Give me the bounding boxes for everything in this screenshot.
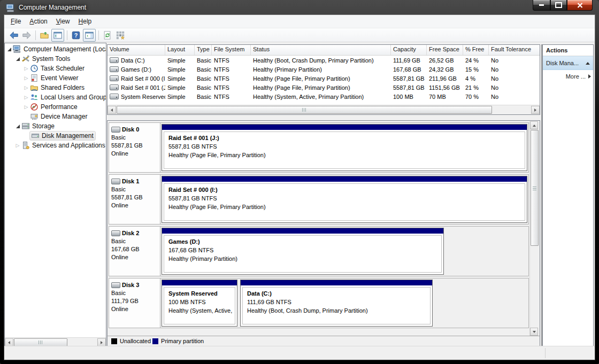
scrollbar-thumb[interactable] [531, 130, 539, 246]
expander-collapsed-icon[interactable]: ▷ [23, 76, 29, 81]
event-viewer-icon [30, 74, 39, 82]
scroll-down-button[interactable] [530, 328, 538, 336]
restore-icon [555, 2, 562, 8]
actions-more[interactable]: More ... [543, 70, 593, 83]
tree-item-shared-folders[interactable]: ▷ Shared Folders [5, 83, 106, 92]
volume-row-system-reserved[interactable]: System Reserved Simple Basic NTFS Health… [107, 92, 540, 101]
menu-file[interactable]: File [6, 16, 25, 27]
tree-item-task-scheduler[interactable]: ▷ Task Scheduler [5, 64, 106, 73]
local-users-icon [30, 93, 39, 102]
minimize-button[interactable] [533, 0, 550, 11]
tree-item-event-viewer[interactable]: ▷ Event Viewer [5, 73, 106, 83]
expander-expanded-icon[interactable] [14, 125, 21, 128]
disk-name: Disk 2 [122, 229, 139, 237]
column-header-pct-free[interactable]: % Free [463, 45, 489, 55]
expander-collapsed-icon[interactable]: ▷ [23, 105, 29, 110]
legend-label-unallocated: Unallocated [120, 338, 151, 344]
primary-partition-swatch [152, 338, 158, 344]
volume-file-system: NTFS [212, 57, 251, 64]
expander-collapsed-icon[interactable]: ▷ [14, 143, 21, 148]
volume-layout: Simple [165, 66, 195, 73]
menu-help[interactable]: Help [74, 16, 96, 27]
expander-expanded-icon[interactable] [6, 48, 12, 51]
column-header-type[interactable]: Type [195, 45, 212, 55]
disk-vertical-scrollbar[interactable] [529, 121, 539, 336]
disk-3-header[interactable]: Disk 3 Basic 111,79 GB Online [109, 278, 160, 328]
tree-item-system-tools[interactable]: System Tools [5, 54, 106, 64]
restore-button[interactable] [550, 0, 567, 11]
scroll-left-button[interactable] [5, 338, 13, 346]
volume-row-raid-001[interactable]: Raid Set # 001 (J:) Simple Basic NTFS He… [107, 83, 540, 92]
disk-name: Disk 0 [122, 126, 139, 134]
disk-0-header[interactable]: Disk 0 Basic 5587,81 GB Online [109, 123, 160, 172]
tree-item-services-and-applications[interactable]: ▷ Services and Applications [5, 141, 106, 150]
partition-games-d[interactable]: Games (D:) 167,68 GB NTFS Healthy (Prima… [162, 228, 444, 275]
expander-collapsed-icon[interactable]: ▷ [23, 66, 29, 71]
scroll-right-button[interactable] [531, 106, 540, 114]
refresh-button[interactable] [102, 29, 113, 41]
volume-type: Basic [195, 66, 212, 73]
column-header-free-space[interactable]: Free Space [427, 45, 463, 55]
help-button[interactable]: ? [70, 29, 82, 41]
volume-row-raid-000[interactable]: Raid Set # 000 (I:) Simple Basic NTFS He… [107, 74, 540, 83]
volume-layout: Simple [165, 84, 195, 91]
close-button[interactable] [567, 0, 593, 11]
column-header-status[interactable]: Status [251, 45, 391, 55]
tree-item-computer-management[interactable]: Computer Management (Local [5, 44, 106, 54]
volume-capacity: 5587,81 GB [391, 75, 427, 82]
disk-1-strip: Raid Set # 000 (I:) 5587,81 GB NTFS Heal… [160, 175, 528, 224]
volume-icon [110, 75, 119, 81]
volume-row-games-d[interactable]: Games (D:) Simple Basic NTFS Healthy (Pr… [107, 65, 540, 74]
partition-system-reserved[interactable]: System Reserved 100 MB NTFS Healthy (Sys… [162, 280, 237, 327]
disk-management-toolbar-icon [116, 30, 125, 40]
volume-row-data-c[interactable]: Data (C:) Simple Basic NTFS Healthy (Boo… [107, 56, 540, 65]
scroll-up-button[interactable] [530, 121, 538, 129]
up-folder-button[interactable] [39, 29, 50, 41]
disk-size: 167,68 GB [111, 245, 158, 253]
disk-management-toolbar-button[interactable] [114, 29, 126, 41]
tree-item-performance[interactable]: ▷ Performance [5, 102, 106, 112]
collapse-icon[interactable] [586, 62, 590, 65]
column-header-layout[interactable]: Layout [165, 45, 195, 55]
scroll-left-button[interactable] [107, 106, 116, 114]
expander-expanded-icon[interactable] [14, 57, 21, 61]
volume-horizontal-scrollbar[interactable] [107, 105, 540, 114]
tree-item-local-users-and-groups[interactable]: ▷ Local Users and Groups [5, 92, 106, 102]
forward-button[interactable] [21, 29, 33, 41]
legend-label-primary-partition: Primary partition [161, 338, 204, 344]
column-header-capacity[interactable]: Capacity [391, 45, 427, 55]
actions-disk-management-group[interactable]: Disk Mana... [543, 56, 593, 70]
expander-collapsed-icon[interactable]: ▷ [23, 95, 29, 100]
disk-0-strip: Raid Set # 001 (J:) 5587,81 GB NTFS Heal… [160, 123, 528, 172]
volume-file-system: NTFS [212, 75, 251, 82]
tree-item-storage[interactable]: Storage [5, 121, 106, 131]
scrollbar-thumb[interactable] [117, 106, 492, 114]
partition-legend: Unallocated Primary partition [107, 336, 540, 346]
show-console-tree-button[interactable] [51, 29, 64, 42]
column-header-volume[interactable]: Volume [107, 45, 165, 55]
disk-type: Basic [111, 134, 158, 142]
partition-data-c[interactable]: Data (C:) 111,69 GB NTFS Healthy (Boot, … [240, 280, 433, 327]
title-bar[interactable]: Computer Management [0, 0, 599, 15]
disk-icon [111, 179, 120, 184]
menu-action[interactable]: Action [25, 16, 51, 27]
expander-collapsed-icon[interactable]: ▷ [23, 86, 29, 90]
partition-raid-000[interactable]: Raid Set # 000 (I:) 5587,81 GB NTFS Heal… [162, 176, 527, 223]
volume-capacity: 111,69 GB [391, 57, 427, 64]
toolbar-separator [67, 30, 67, 40]
partition-title: Data (C:) [247, 289, 426, 298]
disk-2-header[interactable]: Disk 2 Basic 167,68 GB Online [109, 227, 160, 276]
column-header-file-system[interactable]: File System [212, 45, 251, 55]
partition-raid-001[interactable]: Raid Set # 001 (J:) 5587,81 GB NTFS Heal… [162, 124, 527, 171]
back-button[interactable] [8, 29, 20, 41]
scroll-right-button[interactable] [97, 338, 106, 346]
tree-item-disk-management[interactable]: Disk Management [5, 131, 106, 141]
scrollbar-thumb[interactable] [14, 338, 67, 346]
show-action-pane-button[interactable] [83, 29, 96, 42]
tree-item-device-manager[interactable]: Device Manager [5, 112, 106, 121]
column-header-fault-tolerance[interactable]: Fault Tolerance [489, 45, 540, 55]
console-tree-panel: Computer Management (Local System Tools … [4, 43, 106, 347]
disk-1-header[interactable]: Disk 1 Basic 5587,81 GB Online [109, 175, 160, 224]
storage-icon [21, 122, 30, 130]
menu-view[interactable]: View [52, 16, 74, 27]
